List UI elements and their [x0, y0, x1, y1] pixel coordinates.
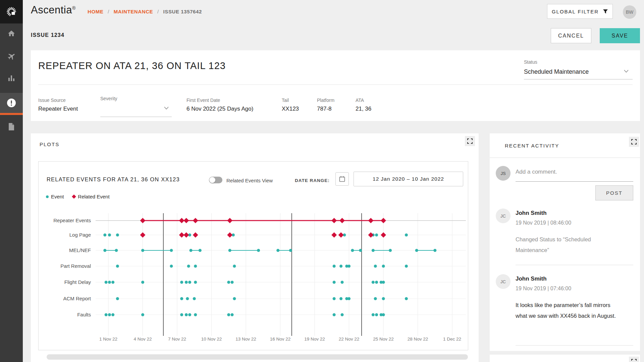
field-value: 6 Nov 2022 (25 Days Ago)	[186, 106, 253, 112]
field-platform: Platform 787-8	[317, 98, 334, 112]
svg-text:Repeater Events: Repeater Events	[53, 218, 91, 223]
bar-chart-icon	[8, 74, 15, 82]
comment-timestamp: 19 Nov 2019 | 08:46:00	[516, 220, 571, 226]
field-value: Repeater Event	[38, 106, 78, 112]
chart-legend: Event Related Event	[46, 194, 110, 199]
issue-id-label: ISSUE 1234	[31, 32, 64, 38]
svg-text:22 Nov 22: 22 Nov 22	[339, 337, 360, 342]
date-range-input[interactable]: 12 Jan 2020 – 10 Jan 2022	[354, 172, 463, 186]
composer-avatar: JS	[496, 166, 511, 181]
global-filter-label: GLOBAL FILTER	[552, 9, 599, 14]
comment-body: It looks like the parameter’s fall mirro…	[516, 300, 621, 321]
sidebar-active-accent	[0, 113, 23, 115]
app-logo[interactable]	[0, 0, 23, 23]
save-button[interactable]: SAVE	[600, 28, 640, 43]
field-label: Tail	[282, 98, 299, 103]
issue-summary-card: REPEATER ON ATA 21, 36 ON TAIL 123 Statu…	[31, 50, 640, 121]
event-dot-icon	[46, 195, 49, 198]
svg-text:Faults: Faults	[77, 312, 91, 317]
recent-activity-title: RECENT ACTIVITY	[505, 143, 559, 148]
home-icon	[7, 29, 15, 38]
toggle-knob	[209, 177, 215, 183]
field-label: Severity	[100, 96, 172, 101]
breadcrumb-separator: /	[155, 9, 162, 14]
divider	[516, 345, 633, 346]
brand-title: Ascentia®	[31, 4, 76, 16]
plots-expand-button[interactable]	[465, 136, 475, 146]
sidebar-item-home[interactable]	[0, 25, 23, 42]
field-value: 21, 36	[356, 106, 371, 112]
filter-funnel-icon	[603, 9, 608, 14]
related-events-chart[interactable]: 1 Nov 224 Nov 227 Nov 2210 Nov 2213 Nov …	[39, 201, 468, 349]
status-underline	[524, 79, 633, 79]
sidebar-item-documents[interactable]	[0, 119, 23, 135]
calendar-button[interactable]	[335, 172, 349, 186]
legend-related-event: Related Event	[72, 194, 109, 199]
alert-icon	[0, 95, 23, 111]
sidebar-item-issues-active[interactable]	[0, 93, 23, 113]
svg-text:4 Nov 22: 4 Nov 22	[133, 337, 152, 342]
svg-text:19 Nov 22: 19 Nov 22	[304, 337, 325, 342]
status-select[interactable]: Scheduled Maintenance	[524, 68, 589, 75]
field-severity[interactable]: Severity	[100, 96, 172, 104]
file-icon	[8, 123, 15, 131]
airplane-icon	[5, 50, 17, 62]
svg-text:28 Nov 22: 28 Nov 22	[408, 337, 428, 342]
svg-text:1 Nov 22: 1 Nov 22	[99, 337, 117, 342]
field-label: Issue Source	[38, 98, 78, 103]
comment-avatar: JC	[496, 274, 511, 289]
severity-underline	[100, 117, 172, 117]
field-value: 787-8	[317, 106, 334, 112]
breadcrumb: HOME / MAINTENANCE / ISSUE 1357642	[88, 9, 202, 14]
related-events-panel: RELATED EVENTS FOR ATA 21, 36 ON XX123 R…	[38, 161, 468, 350]
sunburst-logo-icon	[4, 4, 19, 19]
comment-body: Changed Status to “Scheduled Maintenance…	[516, 234, 621, 255]
svg-text:1 Dec 22: 1 Dec 22	[443, 337, 461, 342]
legend-event: Event	[46, 194, 64, 199]
field-label: First Event Date	[186, 98, 253, 103]
horizontal-scrollbar[interactable]	[47, 354, 468, 360]
chart-title: RELATED EVENTS FOR ATA 21, 36 ON XX123	[47, 176, 180, 183]
breadcrumb-home[interactable]: HOME	[88, 9, 103, 14]
svg-text:13 Nov 22: 13 Nov 22	[235, 337, 256, 342]
panel-expand-button[interactable]	[629, 357, 639, 362]
plots-section-title: PLOTS	[40, 141, 59, 147]
global-filter-button[interactable]: GLOBAL FILTER	[547, 4, 613, 19]
comment-author: John Smith	[516, 210, 547, 217]
status-label: Status	[524, 59, 537, 65]
fullscreen-icon	[631, 359, 637, 362]
post-button[interactable]: POST	[595, 185, 633, 200]
field-ata: ATA 21, 36	[356, 98, 371, 112]
breadcrumb-separator: /	[105, 9, 112, 14]
comment-input-underline	[516, 181, 633, 182]
svg-text:25 Nov 22: 25 Nov 22	[373, 337, 394, 342]
field-value: XX123	[282, 106, 299, 112]
recent-activity-card: RECENT ACTIVITY JS Add a comment. POST J…	[490, 133, 640, 351]
svg-text:ACM Report: ACM Report	[63, 296, 91, 301]
sidebar-item-analytics[interactable]	[0, 70, 23, 86]
fullscreen-icon	[631, 139, 637, 144]
breadcrumb-current-issue: ISSUE 1357642	[163, 9, 202, 14]
field-tail: Tail XX123	[282, 98, 299, 112]
chevron-down-icon	[164, 107, 169, 110]
field-issue-source: Issue Source Repeater Event	[38, 98, 78, 112]
comment-timestamp: 19 Nov 2019 | 07:46:00	[516, 286, 571, 292]
legend-label: Related Event	[78, 194, 109, 199]
legend-label: Event	[51, 194, 64, 199]
field-label: Platform	[317, 98, 334, 103]
related-events-view-toggle[interactable]	[209, 177, 222, 183]
next-panel-partial	[490, 355, 640, 362]
svg-text:Flight Delay: Flight Delay	[64, 279, 91, 285]
related-event-diamond-icon	[72, 194, 76, 199]
comment-input[interactable]: Add a comment.	[516, 169, 557, 175]
sidebar-item-fleet[interactable]	[0, 48, 23, 64]
user-avatar[interactable]: BW	[623, 5, 636, 19]
calendar-icon	[339, 176, 345, 182]
breadcrumb-maintenance[interactable]: MAINTENANCE	[114, 9, 153, 14]
comment-author: John Smith	[516, 276, 547, 282]
divider	[38, 84, 633, 85]
activity-expand-button[interactable]	[629, 137, 639, 147]
cancel-button[interactable]: CANCEL	[551, 28, 591, 43]
comment-avatar: JC	[496, 208, 511, 223]
svg-text:7 Nov 22: 7 Nov 22	[168, 337, 186, 342]
